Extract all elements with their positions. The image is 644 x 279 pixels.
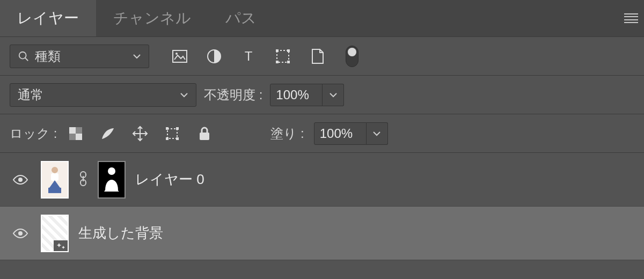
svg-rect-11 — [69, 127, 76, 134]
layer-mask-thumbnail[interactable] — [98, 161, 126, 199]
panel-menu-icon[interactable] — [618, 0, 644, 36]
svg-rect-14 — [69, 134, 76, 140]
svg-rect-6 — [277, 50, 289, 62]
svg-point-31 — [18, 231, 23, 236]
lock-transparency-icon[interactable] — [67, 124, 85, 143]
smart-object-filter-icon[interactable] — [308, 47, 326, 65]
opacity-dropdown-button[interactable] — [323, 84, 344, 106]
layer-name[interactable]: 生成した背景 — [78, 224, 163, 243]
lock-all-icon[interactable] — [195, 124, 214, 143]
shape-layer-filter-icon[interactable] — [274, 47, 292, 65]
layer-name[interactable]: レイヤー 0 — [135, 170, 204, 189]
svg-rect-12 — [76, 134, 82, 140]
filter-toggle[interactable] — [346, 46, 358, 67]
lock-pixels-icon[interactable] — [99, 124, 117, 143]
svg-point-0 — [19, 52, 26, 58]
lock-row: ロック : 塗り : 100% — [0, 114, 644, 152]
tab-paths[interactable]: パス — [208, 0, 274, 36]
svg-rect-19 — [176, 127, 179, 130]
fill-value[interactable]: 100% — [314, 122, 367, 145]
generative-badge-icon — [54, 240, 69, 252]
svg-rect-9 — [276, 61, 279, 63]
svg-rect-21 — [176, 137, 179, 140]
svg-rect-26 — [48, 187, 61, 193]
pixel-layer-filter-icon[interactable] — [171, 47, 189, 65]
svg-text:T: T — [245, 49, 253, 63]
tab-channels[interactable]: チャンネル — [96, 0, 208, 36]
layer-thumbnail[interactable] — [41, 215, 69, 252]
opacity-value[interactable]: 100% — [270, 84, 323, 106]
svg-rect-13 — [76, 127, 82, 134]
blend-mode-label: 通常 — [18, 86, 43, 104]
lock-artboard-icon[interactable] — [163, 124, 181, 143]
filter-row: 種類 T — [0, 36, 644, 75]
lock-position-icon[interactable] — [131, 124, 149, 143]
layer-row[interactable]: 生成した背景 — [0, 207, 644, 260]
svg-rect-2 — [173, 50, 187, 62]
svg-point-3 — [175, 53, 178, 55]
svg-rect-25 — [51, 173, 58, 180]
chevron-down-icon — [133, 54, 141, 59]
layer-row[interactable]: レイヤー 0 — [0, 153, 644, 207]
svg-point-30 — [108, 167, 115, 175]
fill-dropdown-button[interactable] — [367, 122, 388, 145]
svg-line-1 — [25, 57, 28, 61]
tab-layers[interactable]: レイヤー — [0, 0, 96, 36]
layer-mask-link-icon[interactable] — [78, 171, 88, 189]
filter-type-label: 種類 — [35, 48, 61, 65]
lock-label: ロック : — [10, 125, 57, 142]
svg-rect-10 — [287, 61, 290, 63]
lock-icons — [67, 124, 214, 143]
visibility-toggle[interactable] — [10, 174, 31, 185]
layers-panel: レイヤー チャンネル パス 種類 T 通常 不透明度 : 10 — [0, 0, 644, 279]
layer-thumbnail[interactable] — [41, 161, 69, 199]
adjustment-layer-filter-icon[interactable] — [205, 47, 223, 65]
svg-rect-7 — [276, 49, 279, 52]
svg-point-24 — [52, 166, 58, 173]
svg-rect-20 — [166, 137, 169, 140]
fill-input[interactable]: 100% — [314, 122, 388, 145]
opacity-input[interactable]: 100% — [270, 84, 344, 106]
svg-rect-17 — [167, 129, 177, 138]
visibility-toggle[interactable] — [10, 228, 31, 239]
filter-icons: T — [171, 46, 358, 67]
svg-rect-8 — [287, 49, 290, 52]
panel-tabs: レイヤー チャンネル パス — [0, 0, 644, 36]
chevron-down-icon — [180, 92, 188, 98]
svg-rect-22 — [200, 133, 209, 140]
blend-row: 通常 不透明度 : 100% — [0, 75, 644, 114]
svg-rect-18 — [166, 127, 169, 130]
blend-mode-select[interactable]: 通常 — [10, 83, 196, 107]
type-layer-filter-icon[interactable]: T — [239, 47, 258, 65]
opacity-label: 不透明度 : — [204, 86, 262, 104]
layers-list: レイヤー 0 生成した背景 — [0, 152, 644, 279]
search-icon — [18, 50, 30, 62]
fill-label: 塗り : — [270, 125, 304, 142]
svg-point-23 — [18, 178, 23, 182]
filter-type-select[interactable]: 種類 — [10, 45, 149, 68]
